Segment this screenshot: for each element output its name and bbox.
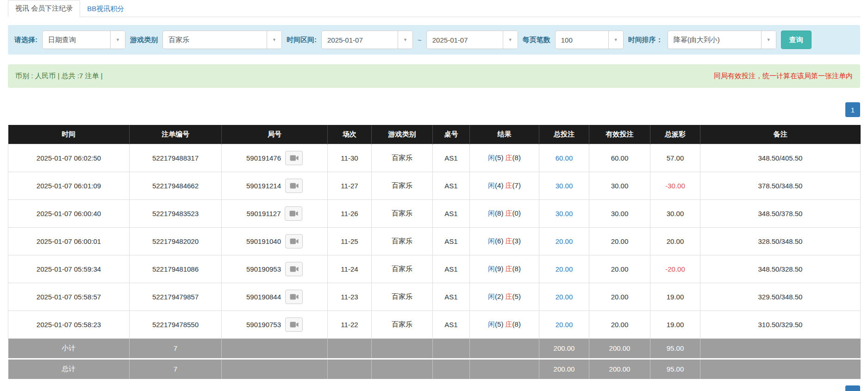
cell-session: 11-27	[328, 172, 372, 199]
col-bet-id: 注单编号	[130, 125, 222, 144]
game-type-select[interactable]: 百家乐 ▼	[162, 31, 282, 49]
cell-total-bet: 20.00	[539, 227, 589, 255]
empty-cell	[433, 359, 470, 379]
chevron-down-icon[interactable]: ▼	[608, 31, 623, 49]
round-video-button[interactable]	[285, 262, 303, 276]
cell-valid-bet: 20.00	[589, 310, 650, 338]
cell-table-no: AS1	[433, 144, 470, 172]
cell-bet-id: 522179478550	[130, 310, 222, 338]
query-type-label: 请选择:	[14, 36, 37, 44]
cell-table-no: AS1	[433, 172, 470, 199]
total-bet-link[interactable]: 30.00	[556, 182, 573, 190]
total-count: 7	[130, 359, 222, 379]
cell-bet-id: 522179479857	[130, 283, 222, 310]
cell-session: 11-22	[328, 310, 372, 338]
tab-bb-points[interactable]: BB视讯积分	[80, 1, 131, 17]
video-camera-icon	[290, 321, 299, 328]
cell-payout: 30.00	[650, 199, 700, 227]
cell-session: 11-23	[328, 283, 372, 310]
cell-game-type: 百家乐	[372, 172, 433, 199]
empty-cell	[222, 338, 328, 359]
search-button[interactable]: 查询	[781, 31, 812, 49]
chevron-down-icon[interactable]: ▼	[110, 31, 125, 49]
empty-cell	[372, 338, 433, 359]
player-score: (5)	[495, 320, 503, 328]
chevron-down-icon[interactable]: ▼	[761, 31, 776, 49]
total-bet-link[interactable]: 20.00	[556, 293, 573, 301]
video-camera-icon	[290, 266, 299, 273]
cell-session: 11-25	[328, 227, 372, 255]
cell-time: 2025-01-07 06:00:40	[8, 199, 130, 227]
table-row: 2025-01-07 06:00:01 522179482020 5901910…	[8, 227, 861, 255]
date-to-select[interactable]: 2025-01-07 ▼	[426, 31, 518, 49]
total-bet-link[interactable]: 60.00	[556, 154, 573, 162]
query-type-select[interactable]: 日期查询 ▼	[42, 31, 125, 49]
round-id: 590191127	[247, 210, 281, 217]
bet-records-table: 时间 注单编号 局号 场次 游戏类别 桌号 结果 总投注 有效投注 总派彩 备注…	[8, 125, 861, 379]
col-valid-bet: 有效投注	[589, 125, 650, 144]
same-round-notice: 同局有效投注，统一计算在该局第一张注单内	[714, 72, 853, 81]
date-to-value: 2025-01-07	[427, 31, 503, 49]
page-size-select[interactable]: 100 ▼	[555, 31, 624, 49]
banker-score: (5)	[512, 292, 521, 300]
summary-bar: 币别 : 人民币 | 总共 :7 注单 | 同局有效投注，统一计算在该局第一张注…	[8, 64, 860, 88]
cell-valid-bet: 20.00	[589, 227, 650, 255]
player-result: 闲	[488, 292, 495, 300]
total-bet-link[interactable]: 30.00	[556, 210, 573, 217]
date-from-select[interactable]: 2025-01-07 ▼	[321, 31, 413, 49]
cell-result: 闲(4) 庄(7)	[470, 172, 539, 199]
total-bet-link[interactable]: 20.00	[556, 265, 573, 273]
round-id: 590191214	[246, 182, 281, 190]
cell-bet-id: 522179488317	[130, 144, 222, 172]
cell-valid-bet: 30.00	[589, 199, 650, 227]
page-1-button-bottom[interactable]: 1	[845, 385, 860, 391]
chevron-down-icon[interactable]: ▼	[398, 31, 412, 49]
round-video-button[interactable]	[285, 290, 303, 304]
empty-cell	[470, 338, 539, 359]
sort-order-label: 时间排序：	[628, 36, 663, 44]
chevron-down-icon[interactable]: ▼	[267, 31, 281, 49]
cell-remark: 310.50/329.50	[700, 310, 861, 338]
col-table-no: 桌号	[433, 125, 470, 144]
empty-cell	[700, 359, 861, 379]
video-camera-icon	[290, 182, 299, 189]
round-video-button[interactable]	[285, 179, 303, 193]
round-id: 590191040	[246, 237, 281, 245]
round-video-button[interactable]	[285, 151, 303, 165]
cell-result: 闲(6) 庄(3)	[470, 227, 539, 255]
banker-score: (3)	[512, 237, 521, 245]
table-body: 2025-01-07 06:02:50 522179488317 5901914…	[8, 144, 861, 338]
cell-table-no: AS1	[433, 227, 470, 255]
col-total-bet: 总投注	[539, 125, 589, 144]
empty-cell	[470, 359, 539, 379]
cell-valid-bet: 60.00	[589, 144, 650, 172]
cell-bet-id: 522179484662	[130, 172, 222, 199]
cell-time: 2025-01-07 05:58:57	[8, 283, 130, 310]
video-camera-icon	[290, 155, 299, 161]
total-bet-link[interactable]: 20.00	[556, 237, 573, 245]
cell-result: 闲(8) 庄(0)	[470, 199, 539, 227]
page-1-button[interactable]: 1	[845, 102, 860, 117]
total-valid-bet: 200.00	[589, 359, 650, 379]
round-video-button[interactable]	[285, 317, 303, 332]
tab-bet-records[interactable]: 视讯 会员下注纪录	[8, 0, 80, 17]
chevron-down-icon[interactable]: ▼	[503, 31, 518, 49]
cell-round-id: 590190753	[222, 310, 328, 338]
round-id: 590190953	[246, 265, 281, 273]
player-result: 闲	[488, 181, 495, 189]
round-video-button[interactable]	[285, 206, 302, 221]
total-bet-link[interactable]: 20.00	[556, 321, 573, 329]
video-camera-icon	[290, 293, 299, 300]
cell-table-no: AS1	[433, 199, 470, 227]
banker-score: (0)	[512, 209, 521, 217]
banker-result: 庄	[506, 320, 512, 328]
banker-result: 庄	[506, 154, 512, 161]
table-row: 2025-01-07 05:58:23 522179478550 5901907…	[8, 310, 861, 338]
sort-order-select[interactable]: 降幂(由大到小) ▼	[668, 31, 776, 49]
round-video-button[interactable]	[285, 234, 303, 248]
player-result: 闲	[488, 265, 495, 273]
player-score: (2)	[495, 292, 503, 300]
cell-round-id: 590190844	[222, 283, 328, 310]
cell-result: 闲(9) 庄(8)	[470, 255, 539, 283]
cell-game-type: 百家乐	[372, 283, 433, 310]
